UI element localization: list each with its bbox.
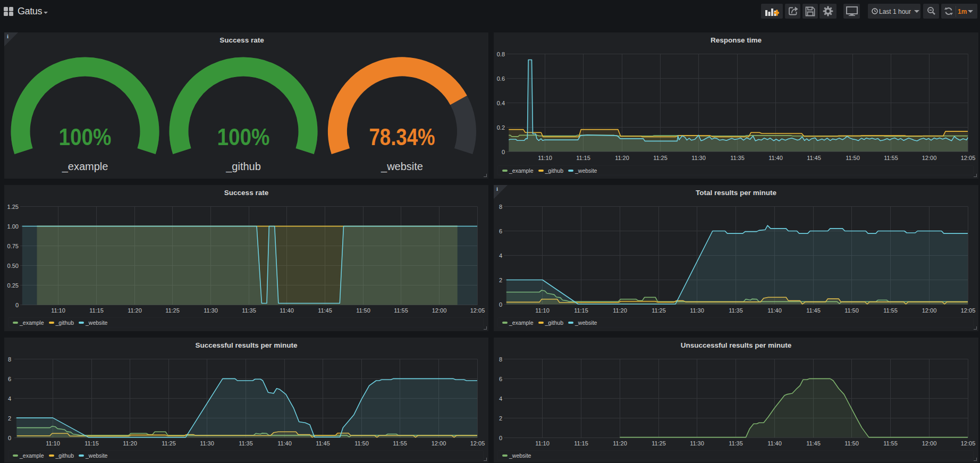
svg-text:11:50: 11:50: [844, 440, 859, 447]
svg-text:1.00: 1.00: [7, 223, 19, 230]
svg-text:11:20: 11:20: [123, 440, 137, 447]
svg-text:4: 4: [499, 395, 502, 402]
svg-text:8: 8: [499, 204, 502, 210]
svg-text:11:50: 11:50: [846, 155, 860, 161]
svg-text:2: 2: [499, 415, 502, 422]
svg-text:11:45: 11:45: [316, 440, 330, 447]
svg-text:11:45: 11:45: [806, 440, 821, 447]
svg-text:12:00: 12:00: [432, 440, 446, 447]
svg-text:11:30: 11:30: [204, 307, 218, 314]
svg-text:11:55: 11:55: [394, 307, 408, 314]
svg-text:12:05: 12:05: [470, 440, 485, 447]
svg-text:_example: _example: [62, 161, 108, 173]
svg-text:11:20: 11:20: [613, 440, 627, 447]
svg-text:0: 0: [502, 149, 505, 155]
svg-text:12:05: 12:05: [961, 440, 976, 447]
svg-text:11:30: 11:30: [691, 155, 706, 161]
svg-text:11:45: 11:45: [806, 307, 821, 314]
svg-text:8: 8: [8, 356, 11, 363]
svg-text:11:25: 11:25: [653, 155, 668, 161]
svg-text:2: 2: [499, 277, 502, 283]
svg-text:_website: _website: [381, 161, 423, 173]
svg-text:11:55: 11:55: [393, 440, 407, 447]
svg-text:11:50: 11:50: [844, 307, 859, 314]
svg-text:100%: 100%: [217, 124, 270, 150]
svg-text:11:30: 11:30: [200, 440, 214, 447]
svg-text:4: 4: [499, 252, 502, 259]
svg-text:11:10: 11:10: [535, 307, 550, 314]
svg-text:11:25: 11:25: [165, 307, 180, 314]
svg-text:0: 0: [499, 301, 502, 308]
svg-text:12:00: 12:00: [922, 155, 937, 161]
svg-text:11:55: 11:55: [883, 440, 898, 447]
svg-text:11:35: 11:35: [242, 307, 256, 314]
svg-text:11:20: 11:20: [613, 307, 627, 314]
svg-text:11:10: 11:10: [46, 440, 60, 447]
svg-text:0.50: 0.50: [7, 263, 19, 269]
svg-text:4: 4: [8, 395, 11, 402]
svg-text:0.75: 0.75: [7, 243, 19, 249]
svg-text:12:00: 12:00: [922, 307, 937, 314]
svg-text:11:10: 11:10: [538, 155, 552, 161]
svg-text:11:15: 11:15: [576, 155, 590, 161]
svg-text:8: 8: [499, 356, 502, 363]
svg-text:12:05: 12:05: [470, 307, 485, 314]
svg-text:11:50: 11:50: [356, 307, 370, 314]
svg-text:12:00: 12:00: [922, 440, 937, 447]
svg-text:11:40: 11:40: [767, 307, 782, 314]
svg-text:6: 6: [499, 228, 502, 234]
svg-text:11:40: 11:40: [280, 307, 294, 314]
svg-text:11:45: 11:45: [807, 155, 821, 161]
svg-text:100%: 100%: [59, 124, 112, 150]
svg-text:11:35: 11:35: [729, 440, 743, 447]
svg-text:11:35: 11:35: [729, 307, 743, 314]
svg-text:_github: _github: [225, 161, 261, 173]
svg-text:11:40: 11:40: [768, 155, 783, 161]
svg-text:11:20: 11:20: [615, 155, 629, 161]
svg-text:12:00: 12:00: [432, 307, 447, 314]
svg-text:0: 0: [8, 435, 11, 441]
svg-text:11:20: 11:20: [128, 307, 142, 314]
svg-text:11:30: 11:30: [690, 307, 704, 314]
svg-text:11:15: 11:15: [574, 440, 588, 447]
svg-text:11:10: 11:10: [535, 440, 550, 447]
svg-text:11:35: 11:35: [239, 440, 253, 447]
svg-text:11:25: 11:25: [652, 307, 666, 314]
svg-text:11:40: 11:40: [767, 440, 782, 447]
svg-text:0: 0: [499, 435, 502, 441]
svg-text:0.6: 0.6: [497, 75, 505, 82]
svg-text:0.25: 0.25: [7, 282, 19, 289]
svg-text:11:40: 11:40: [277, 440, 292, 447]
svg-text:6: 6: [499, 376, 502, 382]
svg-text:11:15: 11:15: [574, 307, 588, 314]
svg-text:0: 0: [15, 302, 19, 308]
svg-text:11:45: 11:45: [318, 307, 332, 314]
svg-text:11:55: 11:55: [884, 155, 898, 161]
svg-text:11:50: 11:50: [354, 440, 369, 447]
svg-text:11:30: 11:30: [690, 440, 704, 447]
svg-text:0.4: 0.4: [497, 100, 505, 106]
svg-text:11:55: 11:55: [883, 307, 898, 314]
svg-text:11:35: 11:35: [730, 155, 745, 161]
svg-text:1.25: 1.25: [7, 204, 19, 210]
svg-text:78.34%: 78.34%: [369, 124, 435, 150]
svg-text:11:15: 11:15: [89, 307, 104, 314]
svg-text:11:15: 11:15: [85, 440, 99, 447]
svg-text:11:25: 11:25: [652, 440, 666, 447]
svg-text:0.2: 0.2: [497, 124, 505, 131]
svg-text:2: 2: [8, 415, 11, 422]
svg-text:12:05: 12:05: [961, 307, 976, 314]
svg-text:0.8: 0.8: [497, 51, 505, 57]
svg-text:6: 6: [8, 376, 11, 382]
svg-text:11:25: 11:25: [162, 440, 176, 447]
svg-text:12:05: 12:05: [961, 155, 976, 161]
svg-text:11:10: 11:10: [51, 307, 65, 314]
